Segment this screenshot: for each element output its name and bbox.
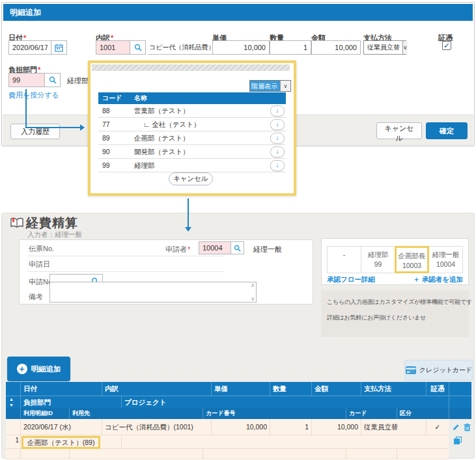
quantity-input[interactable]	[270, 40, 311, 55]
apportion-link[interactable]: 費用を按分する	[8, 90, 59, 100]
divider	[27, 271, 224, 272]
approval-step: 経理一般10004	[428, 246, 463, 273]
department-row[interactable]: 77 ∟ 全社（テスト） ↓	[98, 118, 286, 131]
table-header-row1: 日付 内訳 単価 数量 金額 支払方法 証憑	[6, 382, 471, 396]
code-column-header: コード	[98, 92, 134, 104]
sort-down-icon[interactable]: ▼	[9, 403, 14, 408]
applicant-search-button[interactable]	[231, 241, 244, 254]
remarks-textarea[interactable]: ∧ ∨	[49, 282, 257, 303]
date-input[interactable]	[8, 40, 51, 55]
approval-step: -	[327, 246, 361, 273]
down-arrow-icon: ↓	[276, 107, 279, 114]
input-history-button[interactable]: 入力履歴	[10, 124, 60, 139]
request-date-label: 申請日	[29, 260, 50, 269]
cell-category	[397, 449, 449, 459]
add-detail-button[interactable]: ＋ 明細追加	[7, 357, 70, 381]
department-row[interactable]: 90 開発部（テスト） ↓	[98, 145, 286, 159]
dialog-title: 明細追加	[3, 4, 473, 21]
cell-usage-id	[20, 449, 69, 459]
table-header-row3: 利用明細ID 利用先 カード番号 カード 区分	[6, 408, 471, 419]
payment-method-select[interactable]: 従業員立替 ∨	[363, 40, 406, 55]
hierarchy-mode-value: 階層表示	[250, 81, 280, 91]
department-picker-popup: 階層表示 ∨ コード 名称 88 営業部（テスト） ↓ 77 ∟ 全社（テスト）…	[88, 61, 296, 196]
cell-unit-price: 10,000	[211, 419, 270, 435]
breakdown-search-button[interactable]	[130, 40, 146, 55]
table-row-main[interactable]: 2020/06/17 (水) コピー代（消耗品費）(1001) 10,000 1…	[6, 419, 449, 435]
plus-circle-icon: ＋	[17, 364, 27, 374]
move-down-button[interactable]: ↓	[270, 160, 285, 171]
header-form-box: 伝票No. 申請日 申請No. 備考 ∧ ∨ 申請者*	[19, 239, 313, 304]
book-icon	[10, 217, 24, 228]
amount-input[interactable]	[311, 40, 361, 55]
applicant-name-text: 経理一般	[253, 245, 282, 254]
move-down-button[interactable]: ↓	[270, 105, 285, 116]
approval-steps: - 経理部99 企画部長10003 経理一般10004	[328, 246, 463, 273]
department-code-input[interactable]	[8, 73, 45, 87]
table-header-row2: 負担部門 プロジェクト	[6, 396, 471, 408]
popup-cancel-button[interactable]: キャンセル	[169, 172, 213, 185]
department-list: コード 名称 88 営業部（テスト） ↓ 77 ∟ 全社（テスト） ↓ 89 企…	[98, 92, 286, 172]
search-icon	[49, 76, 57, 84]
move-down-button[interactable]: ↓	[270, 146, 285, 157]
chevron-down-icon: ∨	[280, 81, 290, 91]
actions-column-header	[449, 382, 471, 396]
table-row-department[interactable]: 1 企画部（テスト）(89)	[6, 435, 449, 448]
credit-card-button[interactable]: クレジットカード	[404, 360, 473, 381]
name-column-header: 名称	[134, 92, 286, 104]
department-search-button[interactable]	[45, 73, 61, 87]
voucher-checkbox[interactable]: ✓	[442, 41, 451, 50]
search-icon	[134, 44, 142, 51]
slip-no-label: 伝票No.	[29, 244, 54, 254]
calendar-button[interactable]	[51, 40, 67, 55]
down-arrow-icon: ↓	[276, 120, 279, 128]
flow-arrow-line	[25, 89, 27, 128]
dialog-confirm-button[interactable]: 確定	[426, 122, 468, 139]
cell-project	[121, 435, 449, 448]
calendar-icon	[55, 44, 63, 52]
row-index: 1	[6, 435, 20, 448]
cell-amount: 10,000	[311, 419, 361, 435]
date-field-group	[8, 40, 67, 55]
breakdown-code-input[interactable]	[96, 40, 130, 55]
move-down-button[interactable]: ↓	[270, 119, 285, 130]
down-arrow-icon: ↓	[276, 161, 279, 169]
department-row[interactable]: 88 営業部（テスト） ↓	[98, 104, 286, 118]
detail-table: 日付 内訳 単価 数量 金額 支払方法 証憑 負担部門 プロジェクト 利用明細I…	[6, 382, 471, 460]
add-approver-link[interactable]: ＋ 承認者を追加	[413, 275, 463, 284]
approval-step: 経理部99	[361, 246, 395, 273]
cell-date: 2020/06/17 (水)	[20, 419, 102, 435]
notice-line2: 詳細はお気軽にお声掛けくださいませ	[327, 314, 426, 322]
approval-step-highlighted: 企画部長10003	[395, 246, 429, 273]
applicant-label: 申請者*	[165, 245, 190, 254]
cell-card-no	[203, 449, 346, 459]
scroll-up-icon[interactable]: ∧	[251, 282, 255, 288]
table-row-card	[6, 448, 449, 459]
approval-flow-detail-link[interactable]: 承認フロー詳細	[327, 275, 375, 284]
sort-up-icon[interactable]: ▲	[9, 397, 14, 402]
breakdown-name-input[interactable]	[148, 40, 213, 55]
copy-icon[interactable]	[454, 437, 462, 444]
cell-department-highlighted: 企画部（テスト）(89)	[21, 436, 100, 449]
expense-page-panel: 経費精算 入力者：経理一般 伝票No. 申請日 申請No. 備考 ∧ ∨ 申請者…	[1, 213, 475, 459]
cell-quantity: 1	[270, 419, 311, 435]
unit-price-input[interactable]	[212, 40, 270, 55]
move-down-button[interactable]: ↓	[270, 133, 285, 144]
chevron-down-icon: ∨	[402, 41, 408, 54]
scroll-down-icon[interactable]: ∨	[251, 296, 255, 302]
department-row[interactable]: 99 経理部 ↓	[98, 159, 286, 172]
payment-method-value: 従業員立替	[364, 41, 402, 54]
cell-payment: 従業員立替	[361, 419, 426, 435]
breakdown-field-group	[96, 40, 146, 55]
hierarchy-mode-select[interactable]: 階層表示 ∨	[249, 80, 291, 92]
down-arrow-icon: ↓	[276, 148, 279, 155]
delete-icon[interactable]	[464, 424, 471, 431]
popup-drag-bar[interactable]	[92, 64, 290, 71]
applicant-code-input[interactable]	[199, 241, 231, 254]
sort-column-header	[6, 382, 20, 396]
department-row[interactable]: 89 企画部（テスト） ↓	[98, 131, 286, 145]
department-field-group	[8, 73, 61, 87]
approval-flow-box: - 経理部99 企画部長10003 経理一般10004 承認フロー詳細 ＋ 承認…	[321, 238, 469, 285]
dialog-cancel-button[interactable]: キャンセル	[376, 122, 422, 139]
department-list-header: コード 名称	[98, 92, 286, 104]
edit-icon[interactable]	[453, 424, 460, 431]
